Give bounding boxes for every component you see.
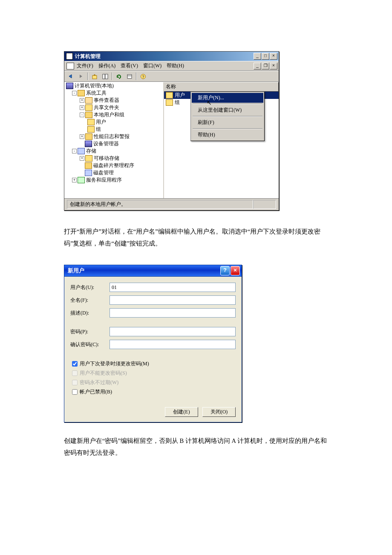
defrag-icon — [85, 162, 92, 169]
tree-devmgr[interactable]: 设备管理器 — [93, 140, 119, 147]
chk-must-change-label: 用户下次登录时须更改密码(M) — [80, 360, 149, 367]
menu-window[interactable]: 窗口(W) — [143, 62, 161, 69]
mdi-minimize-button[interactable]: _ — [254, 63, 261, 69]
dlg-close-button[interactable]: × — [231, 266, 240, 275]
create-button[interactable]: 创建(E) — [165, 407, 198, 417]
tree-defrag[interactable]: 磁盘碎片整理程序 — [93, 162, 134, 169]
dlg-help-button[interactable]: ? — [220, 266, 230, 275]
menu-file[interactable]: 文件(F) — [77, 62, 93, 69]
chk-never-expire — [72, 380, 78, 385]
ctx-help[interactable]: 帮助(H) — [192, 130, 263, 140]
chk-must-change[interactable] — [72, 361, 78, 367]
list-item-label: 组 — [175, 99, 180, 106]
folder-icon — [166, 99, 173, 106]
input-fullname[interactable] — [110, 295, 236, 305]
status-text: 创建新的本地用户帐户。 — [67, 200, 253, 209]
window-title: 计算机管理 — [75, 53, 254, 60]
ctx-separator — [193, 116, 262, 117]
cm-titlebar[interactable]: 计算机管理 _ □ × — [64, 52, 279, 61]
label-confirm: 确认密码(C): — [70, 341, 110, 348]
tree-users[interactable]: 用户 — [96, 119, 106, 126]
ctx-new-user[interactable]: 新用户(N)... — [192, 93, 263, 103]
list-header-name[interactable]: 名称 — [164, 82, 279, 92]
close-button[interactable]: × — [270, 53, 277, 60]
label-password: 密码(P): — [70, 328, 110, 335]
collapse-icon[interactable]: - — [72, 149, 77, 153]
input-confirm[interactable] — [110, 340, 236, 349]
mdi-icon — [66, 63, 74, 69]
input-username[interactable] — [110, 283, 236, 292]
help-button[interactable]: ? — [139, 72, 147, 81]
tools-icon — [78, 90, 85, 96]
perf-icon — [85, 133, 92, 140]
expand-icon[interactable]: + — [72, 178, 77, 182]
folder-icon — [87, 119, 95, 125]
tree-groups[interactable]: 组 — [96, 126, 101, 133]
input-desc[interactable] — [110, 308, 236, 318]
tree-systools[interactable]: 系统工具 — [86, 90, 107, 97]
storage-icon — [78, 148, 85, 154]
label-desc: 描述(D): — [70, 309, 110, 317]
removable-storage-icon — [85, 155, 92, 162]
chk-never-expire-label: 密码永不过期(W) — [80, 379, 118, 386]
tree-diskmgmt[interactable]: 磁盘管理 — [93, 169, 114, 176]
maximize-button[interactable]: □ — [262, 53, 269, 60]
menu-help[interactable]: 帮助(H) — [167, 62, 184, 69]
ctx-refresh[interactable]: 刷新(F) — [192, 118, 263, 127]
close-button[interactable]: 关闭(O) — [202, 407, 236, 417]
toolbar-separator — [112, 72, 112, 80]
refresh-button[interactable] — [115, 72, 123, 81]
expand-icon[interactable]: + — [80, 98, 84, 103]
services-icon — [78, 177, 85, 183]
new-user-dialog: 新用户 ? × 用户名(U): 全名(F): 描述(D): 密码(P): 确认密… — [64, 265, 242, 422]
nav-back-button[interactable] — [66, 72, 75, 81]
chk-cannot-change-label: 用户不能更改密码(S) — [80, 370, 127, 377]
export-button[interactable] — [125, 72, 134, 81]
collapse-icon[interactable]: - — [80, 113, 84, 117]
tree-perflogs[interactable]: 性能日志和警报 — [94, 133, 130, 140]
menu-view[interactable]: 查看(V) — [121, 62, 138, 69]
tree-shared[interactable]: 共享文件夹 — [94, 104, 119, 111]
event-viewer-icon — [85, 97, 92, 104]
tree-root[interactable]: 计算机管理(本地) — [75, 82, 114, 90]
tree-services[interactable]: 服务和应用程序 — [86, 176, 122, 184]
instruction-paragraph-1: 打开“新用户”对话框，在“用户名”编辑框中输入用户名。取消选中“用户下次登录时须… — [64, 226, 328, 249]
cm-list[interactable]: 名称 用户 组 新用户(N)... 从这里创建窗口(W) 刷新(F) 帮助(H)… — [164, 82, 279, 198]
input-password[interactable] — [110, 327, 236, 336]
show-hide-tree-button[interactable] — [101, 72, 110, 81]
cm-tree[interactable]: 计算机管理(本地) -系统工具 +事件查看器 +共享文件夹 -本地用户和组 用户… — [64, 82, 164, 198]
ctx-separator — [193, 104, 262, 104]
tree-eventviewer[interactable]: 事件查看器 — [94, 97, 119, 104]
mdi-close-button[interactable]: × — [270, 63, 277, 69]
svg-rect-3 — [127, 75, 132, 78]
chk-disabled-label: 帐户已禁用(B) — [80, 388, 112, 396]
context-menu: 新用户(N)... 从这里创建窗口(W) 刷新(F) 帮助(H) — [190, 92, 265, 141]
instruction-paragraph-2: 创建新用户在“密码”编辑框留空，否则从 B 计算机网络访问 A 计算机时，使用对… — [64, 435, 328, 459]
device-manager-icon — [85, 141, 92, 147]
mdi-restore-button[interactable]: ❐ — [262, 63, 269, 69]
up-button[interactable] — [90, 72, 99, 81]
expand-icon[interactable]: + — [80, 156, 84, 161]
folder-icon — [87, 126, 95, 133]
tree-storage[interactable]: 存储 — [86, 147, 96, 155]
folder-icon — [85, 104, 92, 111]
nav-forward-button[interactable] — [77, 72, 85, 81]
ctx-new-window[interactable]: 从这里创建窗口(W) — [192, 105, 263, 115]
cm-toolbar: ? — [64, 71, 279, 82]
menu-action[interactable]: 操作(A) — [98, 62, 116, 69]
minimize-button[interactable]: _ — [254, 53, 261, 60]
list-item-label: 用户 — [175, 92, 185, 99]
users-groups-icon — [85, 112, 92, 118]
dlg-titlebar[interactable]: 新用户 ? × — [64, 265, 242, 277]
tree-removable[interactable]: 可移动存储 — [94, 155, 119, 162]
chk-disabled[interactable] — [72, 389, 78, 395]
expand-icon[interactable]: + — [80, 105, 84, 110]
expand-icon[interactable]: + — [80, 134, 84, 139]
tree-localusers[interactable]: 本地用户和组 — [94, 111, 124, 119]
app-icon — [66, 53, 73, 60]
collapse-icon[interactable]: - — [72, 91, 77, 95]
status-spacer — [253, 200, 276, 209]
svg-rect-1 — [103, 74, 105, 79]
cm-menubar: 文件(F) 操作(A) 查看(V) 窗口(W) 帮助(H) _ ❐ × — [64, 61, 279, 71]
cm-statusbar: 创建新的本地用户帐户。 — [64, 198, 279, 210]
